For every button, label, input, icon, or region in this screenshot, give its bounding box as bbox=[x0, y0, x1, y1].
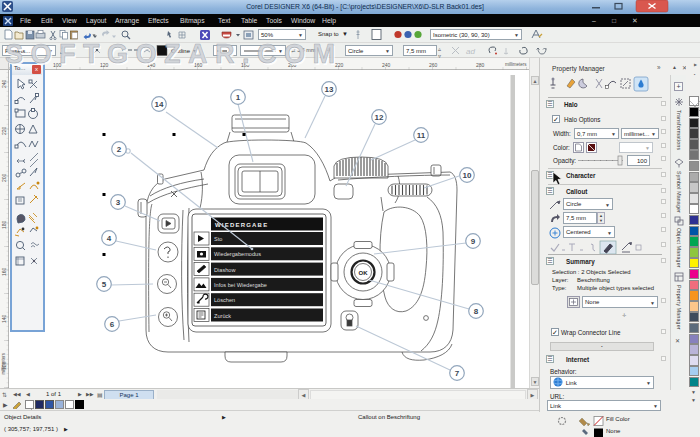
svg-text:14: 14 bbox=[155, 100, 164, 109]
svg-text:9: 9 bbox=[471, 237, 476, 246]
svg-text:12: 12 bbox=[375, 113, 384, 122]
svg-text:5: 5 bbox=[102, 280, 107, 289]
svg-text:140: 140 bbox=[1, 314, 7, 323]
svg-text:ad: ad bbox=[466, 47, 475, 56]
svg-text:240: 240 bbox=[1, 79, 7, 88]
svg-text:4: 4 bbox=[107, 234, 112, 243]
svg-text:260: 260 bbox=[429, 62, 438, 68]
svg-text:3: 3 bbox=[116, 198, 121, 207]
svg-text:240: 240 bbox=[382, 62, 391, 68]
svg-text:Wiedergabemodus: Wiedergabemodus bbox=[214, 251, 261, 257]
svg-text:2: 2 bbox=[117, 145, 122, 154]
svg-text:180: 180 bbox=[1, 220, 7, 229]
svg-text:1: 1 bbox=[236, 93, 241, 102]
svg-text:Zurück: Zurück bbox=[214, 313, 231, 319]
svg-text:7: 7 bbox=[455, 369, 460, 378]
svg-text:Sto: Sto bbox=[214, 236, 222, 242]
svg-text:13: 13 bbox=[325, 85, 334, 94]
svg-text:220: 220 bbox=[1, 126, 7, 135]
svg-text:8: 8 bbox=[474, 307, 479, 316]
svg-text:Diashow: Diashow bbox=[214, 267, 236, 273]
svg-text:Löschen: Löschen bbox=[214, 297, 235, 303]
svg-text:11: 11 bbox=[417, 131, 426, 140]
svg-text:10: 10 bbox=[463, 171, 472, 180]
svg-text:Infos bei Wiedergabe: Infos bei Wiedergabe bbox=[214, 282, 267, 288]
svg-text:WIEDERGABE: WIEDERGABE bbox=[215, 222, 268, 228]
svg-text:OK: OK bbox=[359, 270, 369, 276]
svg-text:280: 280 bbox=[476, 62, 485, 68]
svg-text:200: 200 bbox=[1, 173, 7, 182]
svg-text:160: 160 bbox=[1, 267, 7, 276]
svg-text:6: 6 bbox=[110, 320, 115, 329]
